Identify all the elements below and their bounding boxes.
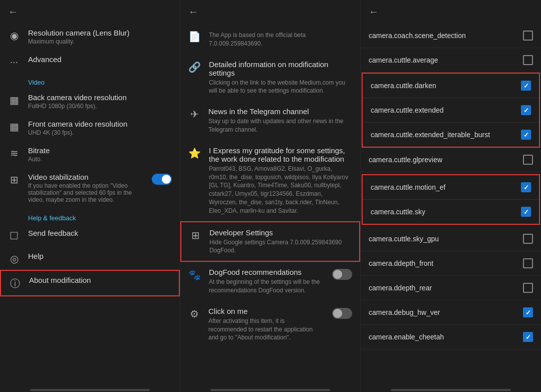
dev-label-cuttle-extended-iterable: camera.cuttle.extended_iterable_burst [371,131,517,139]
dev-checkbox-debug-hw-ver[interactable] [523,307,533,317]
about-item-dogfood[interactable]: 🐾 DogFood recommendations At the beginni… [180,262,360,301]
settings-header: ← [0,0,180,24]
text-help: Help [28,252,172,260]
text-resolution-lens: Resolution camera (Lens Blur) Maximum qu… [28,29,172,45]
dev-item-coach-scene[interactable]: camera.coach.scene_detection [361,24,541,48]
dev-item-cuttle-motion-ef[interactable]: camera.cuttle.motion_ef [363,175,539,200]
text-send-feedback: Send feedback [28,229,172,237]
toggle-dogfood[interactable] [332,269,352,280]
dev-label-cuttle-extended: camera.cuttle.extended [371,106,517,114]
dev-checkbox-cuttle-glpreview[interactable] [523,155,533,165]
dev-settings-list: camera.coach.scene_detection camera.cutt… [361,24,541,388]
sublabel-detailed-info: Clicking on the link to the website Medi… [209,79,352,96]
text-back-camera: Back camera video resolution FullHD 1080… [28,93,172,110]
dev-checkbox-cuttle-sky[interactable] [521,207,531,217]
dev-checkbox-enable-cheetah[interactable] [523,332,533,342]
about-item-telegram[interactable]: ✈ News in the Telegram channel Stay up t… [180,101,360,140]
setting-item-send-feedback[interactable]: ☐ Send feedback [0,224,180,247]
icon-front-camera: ▦ [8,121,20,133]
dev-checkbox-ddepth-rear[interactable] [523,283,533,293]
dev-back-icon[interactable]: ← [369,6,379,18]
label-detailed-info: Detailed information on modification set… [209,60,352,77]
text-about-modification: About modification [29,276,171,284]
dev-item-cuttle-extended[interactable]: camera.cuttle.extended [363,98,539,123]
dev-item-enable-cheetah[interactable]: camera.enable_cheetah [361,325,541,349]
dev-item-cuttle-sky[interactable]: camera.cuttle.sky [363,200,539,224]
icon-back-camera: ▦ [8,94,20,106]
dev-checkbox-coach-scene[interactable] [523,31,533,41]
text-app-info: The App is based on the official beta 7.… [209,30,352,48]
developer-settings-panel: ← camera.coach.scene_detection camera.cu… [361,0,541,392]
sublabel-gratitude: Parrot043, BSG, Arnova8G2, Elsavi, O_gur… [209,165,352,215]
dev-label-ddepth-front: camera.ddepth_front [369,259,519,267]
icon-dogfood: 🐾 [188,269,201,281]
sublabel-back-camera: FullHD 1080p (30/60 fps). [28,103,172,110]
middle-scrollbar[interactable] [210,389,330,391]
about-item-gratitude[interactable]: ⭐ I Express my gratitude for some settin… [180,140,360,221]
setting-item-back-camera[interactable]: ▦ Back camera video resolution FullHD 10… [0,88,180,115]
text-telegram: News in the Telegram channel Stay up to … [208,107,352,134]
dev-item-cuttle-sky-gpu[interactable]: camera.cuttle.sky_gpu [361,227,541,251]
icon-gratitude: ⭐ [188,147,201,159]
icon-about-modification: ⓘ [9,277,21,290]
text-click-on-me: Click on me After activating this item, … [208,307,324,342]
dev-item-ddepth-front[interactable]: camera.ddepth_front [361,251,541,276]
dev-checkbox-cuttle-average[interactable] [523,55,533,65]
setting-item-video-stabilization[interactable]: ⊞ Video stabilization If you have enable… [0,168,180,208]
dev-checkbox-cuttle-extended[interactable] [521,105,531,115]
dev-item-cuttle-average[interactable]: camera.cuttle.average [361,48,541,73]
settings-panel: ← ◉ Resolution camera (Lens Blur) Maximu… [0,0,180,392]
about-item-app-info[interactable]: 📄 The App is based on the official beta … [180,24,360,54]
icon-detailed-info: 🔗 [188,61,201,73]
dev-item-cuttle-darken[interactable]: camera.cuttle.darken [363,74,539,98]
dev-checkbox-cuttle-darken[interactable] [521,81,531,91]
dev-checkbox-ddepth-front[interactable] [523,258,533,268]
label-click-on-me: Click on me [208,307,324,315]
settings-list: ◉ Resolution camera (Lens Blur) Maximum … [0,24,180,388]
setting-item-advanced[interactable]: ··· Advanced [0,50,180,73]
dev-label-cuttle-sky-gpu: camera.cuttle.sky_gpu [369,235,519,243]
setting-item-about-modification[interactable]: ⓘ About modification [0,270,180,296]
text-gratitude: I Express my gratitude for some settings… [209,146,352,215]
setting-item-bitrate[interactable]: ≋ Bitrate Auto. [0,141,180,168]
sublabel-developer-settings: Hide Google settings Camera 7.0.009.2598… [209,238,351,255]
dev-checkbox-cuttle-extended-iterable[interactable] [521,130,531,140]
settings-back-icon[interactable]: ← [8,6,18,18]
dev-label-debug-hw-ver: camera.debug_hw_ver [369,308,519,316]
left-scrollbar[interactable] [30,389,150,391]
icon-help: ◎ [8,253,20,265]
sublabel-bitrate: Auto. [28,156,172,163]
label-dogfood: DogFood recommendations [209,268,324,276]
setting-item-front-camera[interactable]: ▦ Front camera video resolution UHD 4K (… [0,115,180,141]
setting-item-resolution-lens[interactable]: ◉ Resolution camera (Lens Blur) Maximum … [0,24,180,50]
label-front-camera: Front camera video resolution [28,120,172,128]
dev-label-cuttle-motion-ef: camera.cuttle.motion_ef [371,183,517,191]
dev-item-cuttle-extended-iterable[interactable]: camera.cuttle.extended_iterable_burst [363,123,539,147]
dev-checkbox-cuttle-motion-ef[interactable] [521,182,531,192]
setting-item-help[interactable]: ◎ Help [0,247,180,270]
about-back-icon[interactable]: ← [188,6,198,18]
label-back-camera: Back camera video resolution [28,93,172,102]
right-scrollbar[interactable] [391,389,511,391]
dev-checkbox-cuttle-sky-gpu[interactable] [523,234,533,244]
toggle-video-stabilization[interactable] [152,174,172,185]
text-detailed-info: Detailed information on modification set… [209,60,352,96]
dev-item-debug-hw-ver[interactable]: camera.debug_hw_ver [361,300,541,325]
about-item-developer-settings[interactable]: ⊞ Developer Settings Hide Google setting… [180,221,360,262]
sublabel-resolution-lens: Maximum quality. [28,38,172,45]
toggle-click-on-me[interactable] [332,308,352,319]
label-send-feedback: Send feedback [28,229,172,237]
dev-item-cuttle-glpreview[interactable]: camera.cuttle.glpreview [361,148,541,172]
sublabel-telegram: Stay up to date with updates and other n… [208,117,352,134]
label-bitrate: Bitrate [28,146,172,155]
icon-app-info: 📄 [188,31,201,43]
label-resolution-lens: Resolution camera (Lens Blur) [28,29,172,37]
sublabel-app-info: The App is based on the official beta 7.… [209,31,352,48]
label-video-stabilization: Video stabilization [28,173,144,181]
about-header: ← [180,0,360,24]
about-item-click-on-me[interactable]: ⚙ Click on me After activating this item… [180,301,360,348]
label-help: Help [28,252,172,260]
dev-item-ddepth-rear[interactable]: camera.ddepth_rear [361,276,541,300]
about-modification-panel: ← 📄 The App is based on the official bet… [180,0,361,392]
about-item-detailed-info[interactable]: 🔗 Detailed information on modification s… [180,54,360,102]
